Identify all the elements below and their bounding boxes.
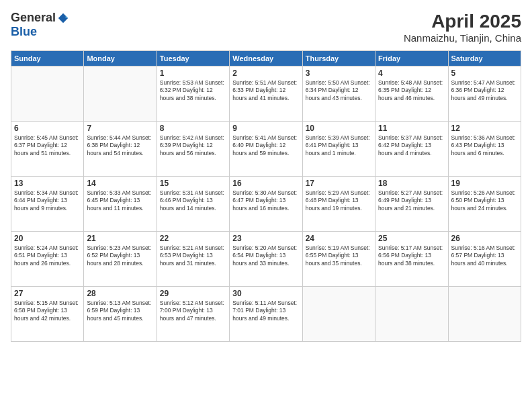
table-row: [84, 66, 157, 122]
day-number: 6: [14, 124, 81, 133]
day-number: 13: [14, 179, 81, 188]
cell-info: Sunrise: 5:27 AM Sunset: 6:49 PM Dayligh…: [378, 189, 445, 212]
calendar-week-row: 6Sunrise: 5:45 AM Sunset: 6:37 PM Daylig…: [11, 122, 521, 177]
col-monday: Monday: [84, 51, 157, 66]
day-number: 9: [232, 124, 299, 133]
day-number: 12: [451, 124, 518, 133]
calendar-week-row: 20Sunrise: 5:24 AM Sunset: 6:51 PM Dayli…: [11, 232, 521, 287]
table-row: 25Sunrise: 5:17 AM Sunset: 6:56 PM Dayli…: [375, 232, 448, 287]
table-row: 28Sunrise: 5:13 AM Sunset: 6:59 PM Dayli…: [84, 287, 157, 342]
day-number: 15: [160, 179, 226, 188]
table-row: 16Sunrise: 5:30 AM Sunset: 6:47 PM Dayli…: [230, 177, 302, 232]
col-thursday: Thursday: [302, 51, 375, 66]
cell-info: Sunrise: 5:45 AM Sunset: 6:37 PM Dayligh…: [14, 134, 81, 157]
day-number: 18: [378, 179, 445, 188]
day-number: 7: [87, 124, 153, 133]
day-number: 2: [232, 68, 299, 78]
table-row: 12Sunrise: 5:36 AM Sunset: 6:43 PM Dayli…: [448, 122, 521, 177]
cell-info: Sunrise: 5:50 AM Sunset: 6:34 PM Dayligh…: [306, 79, 372, 102]
table-row: 26Sunrise: 5:16 AM Sunset: 6:57 PM Dayli…: [448, 232, 521, 287]
cell-info: Sunrise: 5:34 AM Sunset: 6:44 PM Dayligh…: [14, 189, 81, 212]
cell-info: Sunrise: 5:31 AM Sunset: 6:46 PM Dayligh…: [160, 189, 226, 212]
table-row: 14Sunrise: 5:33 AM Sunset: 6:45 PM Dayli…: [84, 177, 157, 232]
cell-info: Sunrise: 5:39 AM Sunset: 6:41 PM Dayligh…: [306, 134, 372, 157]
cell-info: Sunrise: 5:16 AM Sunset: 6:57 PM Dayligh…: [451, 244, 518, 267]
table-row: 27Sunrise: 5:15 AM Sunset: 6:58 PM Dayli…: [11, 287, 84, 342]
cell-info: Sunrise: 5:11 AM Sunset: 7:01 PM Dayligh…: [232, 300, 299, 322]
table-row: 13Sunrise: 5:34 AM Sunset: 6:44 PM Dayli…: [11, 177, 84, 232]
title-block: April 2025 Nanmaizhu, Tianjin, China: [404, 11, 521, 44]
table-row: 5Sunrise: 5:47 AM Sunset: 6:36 PM Daylig…: [448, 66, 521, 122]
day-number: 23: [232, 234, 299, 243]
calendar-week-row: 13Sunrise: 5:34 AM Sunset: 6:44 PM Dayli…: [11, 177, 521, 232]
table-row: 22Sunrise: 5:21 AM Sunset: 6:53 PM Dayli…: [157, 232, 229, 287]
day-number: 4: [378, 68, 445, 78]
logo-blue-text: Blue: [11, 25, 37, 39]
day-number: 21: [87, 234, 153, 243]
table-row: 4Sunrise: 5:48 AM Sunset: 6:35 PM Daylig…: [375, 66, 448, 122]
day-number: 20: [14, 234, 81, 243]
page: General Blue April 2025 Nanmaizhu, Tianj…: [0, 0, 532, 411]
table-row: 8Sunrise: 5:42 AM Sunset: 6:39 PM Daylig…: [157, 122, 229, 177]
cell-info: Sunrise: 5:13 AM Sunset: 6:59 PM Dayligh…: [87, 300, 153, 322]
calendar-header-row: Sunday Monday Tuesday Wednesday Thursday…: [11, 51, 521, 66]
day-number: 27: [14, 289, 81, 298]
logo: General Blue: [11, 11, 69, 39]
cell-info: Sunrise: 5:26 AM Sunset: 6:50 PM Dayligh…: [451, 189, 518, 212]
day-number: 19: [451, 179, 518, 188]
cell-info: Sunrise: 5:30 AM Sunset: 6:47 PM Dayligh…: [232, 189, 299, 212]
header: General Blue April 2025 Nanmaizhu, Tianj…: [11, 11, 521, 44]
table-row: 23Sunrise: 5:20 AM Sunset: 6:54 PM Dayli…: [230, 232, 302, 287]
cell-info: Sunrise: 5:20 AM Sunset: 6:54 PM Dayligh…: [232, 244, 299, 267]
day-number: 14: [87, 179, 153, 188]
cell-info: Sunrise: 5:23 AM Sunset: 6:52 PM Dayligh…: [87, 244, 153, 267]
day-number: 28: [87, 289, 153, 298]
day-number: 11: [378, 124, 445, 133]
day-number: 24: [306, 234, 372, 243]
table-row: 15Sunrise: 5:31 AM Sunset: 6:46 PM Dayli…: [157, 177, 229, 232]
logo-icon: [57, 12, 69, 24]
table-row: [448, 287, 521, 342]
day-number: 17: [306, 179, 372, 188]
cell-info: Sunrise: 5:36 AM Sunset: 6:43 PM Dayligh…: [451, 134, 518, 157]
table-row: 24Sunrise: 5:19 AM Sunset: 6:55 PM Dayli…: [302, 232, 375, 287]
table-row: 21Sunrise: 5:23 AM Sunset: 6:52 PM Dayli…: [84, 232, 157, 287]
cell-info: Sunrise: 5:48 AM Sunset: 6:35 PM Dayligh…: [378, 79, 445, 102]
table-row: 9Sunrise: 5:41 AM Sunset: 6:40 PM Daylig…: [230, 122, 302, 177]
cell-info: Sunrise: 5:42 AM Sunset: 6:39 PM Dayligh…: [160, 134, 226, 157]
cell-info: Sunrise: 5:33 AM Sunset: 6:45 PM Dayligh…: [87, 189, 153, 212]
day-number: 26: [451, 234, 518, 243]
cell-info: Sunrise: 5:29 AM Sunset: 6:48 PM Dayligh…: [306, 189, 372, 212]
day-number: 22: [160, 234, 226, 243]
col-sunday: Sunday: [11, 51, 84, 66]
cell-info: Sunrise: 5:51 AM Sunset: 6:33 PM Dayligh…: [232, 79, 299, 102]
col-tuesday: Tuesday: [157, 51, 229, 66]
col-wednesday: Wednesday: [230, 51, 302, 66]
cell-info: Sunrise: 5:53 AM Sunset: 6:32 PM Dayligh…: [160, 79, 226, 102]
table-row: 29Sunrise: 5:12 AM Sunset: 7:00 PM Dayli…: [157, 287, 229, 342]
table-row: [11, 66, 84, 122]
cell-info: Sunrise: 5:24 AM Sunset: 6:51 PM Dayligh…: [14, 244, 81, 267]
table-row: 20Sunrise: 5:24 AM Sunset: 6:51 PM Dayli…: [11, 232, 84, 287]
cell-info: Sunrise: 5:15 AM Sunset: 6:58 PM Dayligh…: [14, 300, 81, 322]
calendar-table: Sunday Monday Tuesday Wednesday Thursday…: [11, 50, 521, 342]
day-number: 1: [160, 68, 226, 78]
col-friday: Friday: [375, 51, 448, 66]
cell-info: Sunrise: 5:41 AM Sunset: 6:40 PM Dayligh…: [232, 134, 299, 157]
table-row: 11Sunrise: 5:37 AM Sunset: 6:42 PM Dayli…: [375, 122, 448, 177]
table-row: 7Sunrise: 5:44 AM Sunset: 6:38 PM Daylig…: [84, 122, 157, 177]
location-subtitle: Nanmaizhu, Tianjin, China: [404, 32, 521, 44]
col-saturday: Saturday: [448, 51, 521, 66]
logo-general-text: General: [11, 11, 56, 25]
cell-info: Sunrise: 5:19 AM Sunset: 6:55 PM Dayligh…: [306, 244, 372, 267]
day-number: 5: [451, 68, 518, 78]
cell-info: Sunrise: 5:37 AM Sunset: 6:42 PM Dayligh…: [378, 134, 445, 157]
day-number: 16: [232, 179, 299, 188]
month-year-title: April 2025: [404, 11, 521, 32]
cell-info: Sunrise: 5:12 AM Sunset: 7:00 PM Dayligh…: [160, 300, 226, 322]
table-row: [302, 287, 375, 342]
day-number: 8: [160, 124, 226, 133]
cell-info: Sunrise: 5:21 AM Sunset: 6:53 PM Dayligh…: [160, 244, 226, 267]
table-row: [375, 287, 448, 342]
day-number: 3: [306, 68, 372, 78]
